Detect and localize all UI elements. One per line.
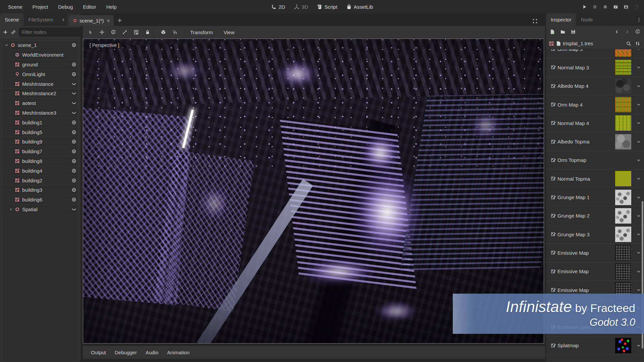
chevron-down-icon[interactable]	[635, 250, 642, 255]
tree-row-building2[interactable]: building2	[2, 176, 78, 185]
texture-thumbnail[interactable]	[615, 190, 631, 205]
search-properties-icon[interactable]	[625, 40, 632, 47]
bottom-tab-audio[interactable]: Audio	[142, 348, 162, 357]
rotate-tool-button[interactable]	[110, 28, 117, 36]
distraction-free-icon[interactable]	[532, 18, 538, 24]
new-resource-button[interactable]	[549, 28, 556, 36]
chevron-down-icon[interactable]	[635, 65, 642, 70]
move-tool-button[interactable]	[98, 28, 106, 36]
texture-thumbnail[interactable]	[615, 245, 631, 260]
chevron-down-icon[interactable]	[635, 269, 642, 274]
edited-resource-row[interactable]: trisplat_1.tres	[546, 38, 644, 49]
property-row-orm-map-4[interactable]: Orm Map 4	[546, 96, 644, 114]
workspace-script[interactable]: Script	[317, 4, 337, 10]
chevron-down-icon[interactable]	[635, 120, 642, 126]
texture-thumbnail[interactable]	[615, 49, 631, 57]
tree-row-building9[interactable]: building9	[2, 137, 78, 147]
texture-thumbnail[interactable]	[615, 171, 631, 186]
chevron-down-icon[interactable]	[635, 158, 642, 163]
scene-tab[interactable]: scene_1(*)	[69, 15, 114, 26]
select-tool-button[interactable]	[87, 28, 94, 36]
chevron-down-icon[interactable]	[635, 102, 642, 107]
menu-debug[interactable]: Debug	[55, 3, 75, 11]
filter-nodes-input[interactable]	[22, 29, 83, 35]
visibility-eye-icon[interactable]	[69, 72, 78, 77]
texture-thumbnail[interactable]	[615, 60, 631, 75]
bottom-tab-debugger[interactable]: Debugger	[111, 348, 140, 357]
property-row-emissive-map[interactable]: Emissive Map	[546, 244, 644, 262]
dock-tab-filesystem[interactable]: FileSystem	[24, 13, 58, 26]
tree-row-building5[interactable]: building5	[2, 127, 78, 137]
tree-row-building1[interactable]: building1	[2, 118, 78, 127]
play-scene-button[interactable]	[612, 3, 619, 10]
property-row-grunge-map-2[interactable]: Grunge Map 2	[546, 207, 644, 225]
chevron-down-icon[interactable]	[635, 232, 642, 237]
property-row-emissive-map[interactable]: Emissive Map	[546, 262, 644, 281]
texture-thumbnail[interactable]	[615, 338, 631, 353]
tree-row-scene_1[interactable]: scene_1	[2, 41, 78, 50]
tree-row-spatial[interactable]: Spatial	[2, 205, 78, 215]
object-tools-icon[interactable]	[634, 40, 641, 47]
pause-button[interactable]	[591, 3, 598, 10]
visibility-eye-icon[interactable]	[69, 139, 78, 144]
property-row-albedo-map-4[interactable]: Albedo Map 4	[546, 77, 644, 96]
inspector-tab-node[interactable]: Node	[576, 13, 598, 26]
property-row-albedo-topma[interactable]: Albedo Topma	[546, 132, 644, 151]
tree-row-meshinstance2[interactable]: MeshInstance2	[2, 89, 78, 99]
texture-thumbnail[interactable]	[615, 227, 631, 242]
visibility-eye-icon[interactable]	[69, 197, 78, 202]
property-row-normal-topma[interactable]: Normal Topma	[546, 170, 644, 188]
property-row-orm-map-3[interactable]: Orm Map 3	[546, 49, 644, 58]
save-resource-button[interactable]	[570, 28, 577, 36]
visibility-hidden-icon[interactable]	[69, 110, 78, 115]
visibility-hidden-icon[interactable]	[69, 81, 78, 86]
workspace-2d[interactable]: 2D	[271, 4, 285, 10]
dock-tab-scene[interactable]: Scene	[0, 13, 24, 26]
property-row-normal-map-3[interactable]: Normal Map 3	[546, 58, 644, 77]
chevron-down-icon[interactable]	[635, 213, 642, 219]
chevron-down-icon[interactable]	[635, 176, 642, 181]
tree-row-building3[interactable]: building3	[2, 185, 78, 195]
add-node-button[interactable]	[3, 28, 8, 36]
chevron-down-icon[interactable]	[635, 343, 642, 348]
visibility-eye-icon[interactable]	[69, 178, 78, 183]
tree-row-ground[interactable]: ground	[2, 60, 78, 70]
play-button[interactable]	[581, 3, 588, 10]
tree-row-building7[interactable]: building7	[2, 147, 78, 157]
stop-button[interactable]	[601, 3, 609, 10]
chevron-down-icon[interactable]	[635, 139, 642, 144]
workspace-assetlib[interactable]: AssetLib	[346, 4, 373, 10]
texture-thumbnail[interactable]	[615, 78, 631, 94]
tab-close-icon[interactable]	[106, 17, 110, 23]
visibility-eye-icon[interactable]	[69, 168, 78, 173]
chevron-down-icon[interactable]	[635, 83, 642, 89]
visibility-hidden-icon[interactable]	[69, 207, 78, 212]
visibility-eye-icon[interactable]	[69, 159, 78, 164]
tree-row-aotest[interactable]: aotest	[2, 99, 78, 108]
visibility-eye-icon[interactable]	[69, 120, 78, 125]
expand-open-icon[interactable]	[4, 43, 10, 48]
visibility-eye-icon[interactable]	[69, 62, 78, 67]
dock-prev-icon[interactable]	[61, 17, 66, 22]
menu-help[interactable]: Help	[104, 3, 119, 11]
menu-project[interactable]: Project	[30, 3, 51, 11]
texture-thumbnail[interactable]	[615, 208, 631, 224]
property-row-grunge-map-3[interactable]: Grunge Map 3	[546, 225, 644, 244]
property-row-normal-map-4[interactable]: Normal Map 4	[546, 114, 644, 132]
tree-row-worldenvironment[interactable]: WorldEnvironment	[2, 50, 78, 60]
inspector-menu-icon[interactable]	[637, 16, 641, 22]
history-back-button[interactable]	[613, 28, 621, 36]
texture-thumbnail[interactable]	[615, 97, 631, 112]
scene-tree[interactable]: scene_1WorldEnvironmentgroundOmniLightMe…	[2, 40, 78, 362]
bottom-tab-output[interactable]: Output	[88, 348, 109, 357]
view-menu[interactable]: View	[220, 29, 238, 35]
visibility-eye-icon[interactable]	[69, 149, 78, 154]
bottom-tab-animation[interactable]: Animation	[164, 348, 193, 357]
chevron-down-icon[interactable]	[635, 195, 642, 200]
visibility-hidden-icon[interactable]	[69, 91, 78, 96]
lock-button[interactable]	[144, 28, 151, 36]
play-custom-scene-button[interactable]	[622, 3, 630, 10]
tree-row-building6[interactable]: building6	[2, 195, 78, 205]
tree-row-meshinstance3[interactable]: MeshInstance3	[2, 108, 78, 118]
property-row-splatmap[interactable]: Splatmap	[546, 337, 644, 355]
